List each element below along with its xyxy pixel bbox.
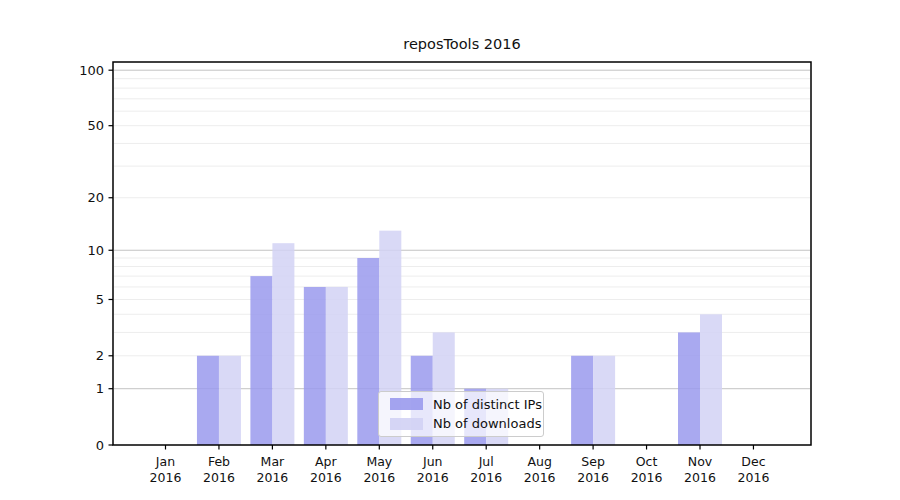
x-tick-label-year: 2016 [631, 470, 663, 485]
x-tick-label-year: 2016 [203, 470, 235, 485]
x-tick-label-year: 2016 [417, 470, 449, 485]
x-tick-label-month: Feb [208, 454, 230, 469]
x-tick-label-month: Dec [741, 454, 765, 469]
y-tick-label: 10 [87, 243, 104, 258]
x-tick-label-month: Jan [155, 454, 175, 469]
x-tick-label-month: Mar [261, 454, 285, 469]
x-tick-label-year: 2016 [738, 470, 770, 485]
bar-nov-distinct-ips [678, 332, 700, 445]
legend-item-distinct-ips: Nb of distinct IPs [390, 397, 543, 412]
x-tick-label-year: 2016 [470, 470, 502, 485]
y-tick-label: 0 [96, 438, 104, 453]
bar-apr-distinct-ips [304, 287, 326, 445]
x-tick-label-year: 2016 [150, 470, 182, 485]
x-axis: Jan2016Feb2016Mar2016Apr2016May2016Jun20… [150, 445, 770, 485]
y-tick-label: 1 [96, 381, 104, 396]
minor-gridlines [114, 79, 810, 356]
x-tick-label-month: Jul [478, 454, 494, 469]
bar-chart-figure: reposTools 2016 0125102050100Jan2016Feb2… [0, 0, 900, 500]
y-tick-label: 20 [87, 190, 104, 205]
x-tick-label-month: Jun [422, 454, 443, 469]
x-tick-label-month: May [366, 454, 392, 469]
x-tick-label-month: Aug [527, 454, 551, 469]
x-tick-label-month: Sep [581, 454, 605, 469]
bar-feb-downloads [219, 356, 241, 445]
bar-sep-downloads [593, 356, 615, 445]
y-tick-label: 2 [96, 348, 104, 363]
bar-mar-distinct-ips [250, 276, 272, 445]
legend: Nb of distinct IPs Nb of downloads [378, 391, 544, 437]
legend-swatch-downloads [390, 418, 423, 430]
bar-sep-distinct-ips [571, 356, 593, 445]
bar-feb-distinct-ips [197, 356, 219, 445]
x-tick-label-month: Nov [688, 454, 713, 469]
x-tick-label-year: 2016 [363, 470, 395, 485]
bar-nov-downloads [700, 314, 722, 445]
x-tick-label-year: 2016 [310, 470, 342, 485]
x-tick-label-year: 2016 [577, 470, 609, 485]
x-tick-label-month: Oct [636, 454, 658, 469]
y-tick-label: 50 [87, 118, 104, 133]
x-tick-label-month: Apr [315, 454, 337, 469]
bar-mar-downloads [272, 243, 294, 445]
y-axis: 0125102050100 [79, 63, 113, 453]
x-tick-label-year: 2016 [684, 470, 716, 485]
bar-apr-downloads [326, 287, 348, 445]
x-tick-label-year: 2016 [256, 470, 288, 485]
y-tick-label: 100 [79, 63, 104, 78]
legend-swatch-distinct-ips [390, 398, 423, 410]
legend-label-distinct-ips: Nb of distinct IPs [433, 397, 542, 412]
legend-label-downloads: Nb of downloads [433, 416, 541, 431]
x-tick-label-year: 2016 [524, 470, 556, 485]
y-tick-label: 5 [96, 292, 104, 307]
bar-may-distinct-ips [357, 258, 379, 445]
legend-item-downloads: Nb of downloads [390, 416, 543, 431]
